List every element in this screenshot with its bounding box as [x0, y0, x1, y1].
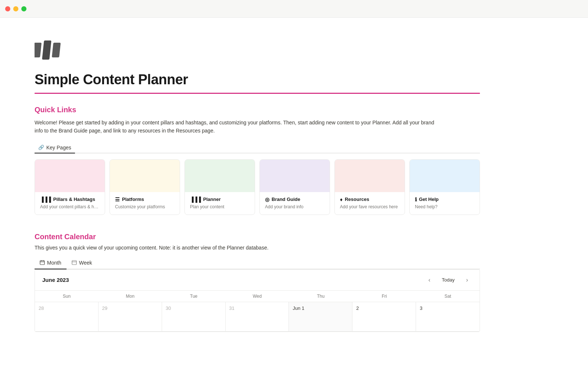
card-title-5: ℹ Get Help [415, 197, 474, 202]
calendar-header: June 2023 ‹ Today › [35, 270, 480, 291]
close-button[interactable] [5, 6, 10, 11]
card-body-0: ▐▐▐ Pillars & Hashtags Add your content … [35, 192, 105, 215]
calendar-tabs: Month Week [35, 257, 480, 269]
cal-cell-31[interactable]: 31 [226, 302, 289, 332]
fullscreen-button[interactable] [21, 6, 26, 11]
cal-cell-29[interactable]: 29 [98, 302, 162, 332]
cal-cell-30[interactable]: 30 [162, 302, 226, 332]
cal-cell-28[interactable]: 28 [35, 302, 98, 332]
minimize-button[interactable] [13, 6, 18, 11]
svg-rect-2 [52, 43, 61, 57]
card-color-block-3 [260, 160, 330, 192]
card-color-block-1 [110, 160, 180, 192]
svg-rect-0 [35, 43, 42, 57]
card-color-block-4 [335, 160, 405, 192]
card-subtitle-2: Plan your content [190, 204, 250, 209]
card-resources[interactable]: ♦ Resources Add your fave resources here [334, 159, 405, 215]
pillars-icon: ▐▐▐ [40, 197, 51, 202]
card-subtitle-5: Need help? [415, 204, 474, 209]
day-header-sat: Sat [416, 291, 480, 302]
logo-area [35, 40, 480, 61]
calendar-week-icon [72, 260, 77, 266]
cal-cell-2[interactable]: 2 [352, 302, 416, 332]
calendar-days-header: Sun Mon Tue Wed Thu Fri Sat [35, 291, 480, 302]
month-tab-label: Month [47, 260, 61, 266]
card-color-block-2 [185, 160, 255, 192]
tab-label: Key Pages [46, 145, 71, 151]
calendar-today-button[interactable]: Today [437, 275, 459, 284]
day-header-tue: Tue [162, 291, 226, 302]
card-brand-guide[interactable]: ◎ Brand Guide Add your brand info [259, 159, 330, 215]
calendar-next-button[interactable]: › [462, 275, 472, 285]
svg-rect-3 [40, 261, 44, 265]
cards-grid: ▐▐▐ Pillars & Hashtags Add your content … [35, 159, 480, 215]
card-body-5: ℹ Get Help Need help? [410, 192, 480, 215]
link-icon: 🔗 [38, 145, 44, 150]
cal-date-3: 3 [420, 305, 422, 311]
calendar-grid: 28 29 30 31 Jun 1 2 3 [35, 302, 480, 332]
svg-rect-7 [72, 261, 76, 265]
tab-week[interactable]: Week [67, 257, 97, 269]
card-subtitle-1: Customize your platforms [115, 204, 175, 209]
card-planner[interactable]: ▐▐▐ Planner Plan your content [184, 159, 255, 215]
card-subtitle-4: Add your fave resources here [340, 204, 399, 209]
cal-date-29: 29 [102, 305, 107, 311]
key-pages-tab[interactable]: 🔗 Key Pages [35, 142, 75, 153]
card-title-2: ▐▐▐ Planner [190, 197, 250, 202]
card-body-1: ☰ Platforms Customize your platforms [110, 192, 180, 215]
day-header-mon: Mon [98, 291, 162, 302]
app-logo [35, 40, 61, 60]
card-subtitle-3: Add your brand info [265, 204, 325, 209]
card-title-1: ☰ Platforms [115, 197, 175, 202]
card-body-2: ▐▐▐ Planner Plan your content [185, 192, 255, 215]
titlebar [0, 0, 588, 18]
platforms-icon: ☰ [115, 197, 120, 202]
quick-links-heading: Quick Links [35, 106, 480, 114]
content-calendar-section: Content Calendar This gives you a quick … [35, 233, 480, 332]
cal-date-2: 2 [356, 305, 359, 311]
cal-date-31: 31 [229, 305, 234, 311]
card-body-3: ◎ Brand Guide Add your brand info [260, 192, 330, 215]
brand-guide-icon: ◎ [265, 197, 269, 202]
week-tab-label: Week [79, 260, 92, 266]
quick-links-description: Welcome! Please get started by adding in… [35, 118, 439, 135]
calendar-container: June 2023 ‹ Today › Sun Mon Tue Wed Thu … [35, 269, 480, 332]
tab-month[interactable]: Month [35, 257, 67, 269]
day-header-fri: Fri [352, 291, 416, 302]
content-calendar-heading: Content Calendar [35, 233, 480, 241]
card-get-help[interactable]: ℹ Get Help Need help? [409, 159, 480, 215]
calendar-month-title: June 2023 [42, 277, 69, 283]
resources-icon: ♦ [340, 197, 343, 202]
quick-links-section: Quick Links Welcome! Please get started … [35, 106, 480, 215]
title-divider [35, 93, 480, 94]
svg-rect-1 [42, 40, 51, 60]
cal-date-jun1: Jun 1 [293, 305, 304, 311]
cal-date-30: 30 [166, 305, 171, 311]
card-subtitle-0: Add your content pillars & hasht... [40, 204, 100, 209]
calendar-month-icon [40, 260, 45, 266]
day-header-sun: Sun [35, 291, 98, 302]
card-title-0: ▐▐▐ Pillars & Hashtags [40, 197, 100, 202]
card-body-4: ♦ Resources Add your fave resources here [335, 192, 405, 215]
card-color-block-5 [410, 160, 480, 192]
card-title-3: ◎ Brand Guide [265, 197, 325, 202]
calendar-navigation: ‹ Today › [424, 275, 472, 285]
cal-date-28: 28 [39, 305, 44, 311]
card-pillars-hashtags[interactable]: ▐▐▐ Pillars & Hashtags Add your content … [35, 159, 105, 215]
card-platforms[interactable]: ☰ Platforms Customize your platforms [110, 159, 180, 215]
content-calendar-description: This gives you a quick view of your upco… [35, 245, 480, 251]
card-color-block-0 [35, 160, 105, 192]
cal-cell-3[interactable]: 3 [416, 302, 480, 332]
calendar-prev-button[interactable]: ‹ [424, 275, 434, 285]
day-header-thu: Thu [289, 291, 352, 302]
main-content: Simple Content Planner Quick Links Welco… [0, 18, 514, 361]
card-title-4: ♦ Resources [340, 197, 399, 202]
day-header-wed: Wed [226, 291, 289, 302]
page-title: Simple Content Planner [35, 72, 480, 88]
help-icon: ℹ [415, 197, 417, 202]
cal-cell-jun1[interactable]: Jun 1 [289, 302, 352, 332]
planner-icon: ▐▐▐ [190, 197, 201, 202]
key-pages-tab-area: 🔗 Key Pages [35, 142, 480, 153]
